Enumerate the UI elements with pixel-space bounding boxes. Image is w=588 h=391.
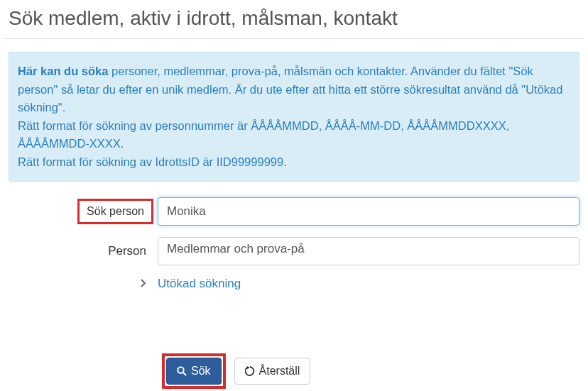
search-button-label: Sök xyxy=(191,365,211,378)
search-person-input[interactable] xyxy=(158,197,579,226)
search-person-label: Sök person xyxy=(77,199,153,224)
info-strong: Här kan du söka xyxy=(18,65,108,77)
page-title: Sök medlem, aktiv i idrott, målsman, kon… xyxy=(4,0,584,39)
person-select[interactable]: Medlemmar och prova-på xyxy=(158,237,579,265)
svg-line-1 xyxy=(183,373,186,375)
search-button-highlight: Sök xyxy=(162,353,226,389)
person-label: Person xyxy=(9,244,158,258)
svg-point-0 xyxy=(178,368,183,373)
info-line3: Rätt format för sökning av IdrottsID är … xyxy=(18,155,287,168)
info-banner: Här kan du söka personer, medlemmar, pro… xyxy=(9,52,579,182)
reset-button[interactable]: Återställ xyxy=(234,358,311,385)
reset-button-label: Återställ xyxy=(259,365,300,378)
search-button[interactable]: Sök xyxy=(166,358,222,385)
chevron-right-icon xyxy=(141,279,146,287)
info-line2: Rätt format för sökning av personnummer … xyxy=(18,119,509,150)
undo-icon xyxy=(245,366,255,376)
search-icon xyxy=(177,366,187,376)
advanced-search-link[interactable]: Utökad sökning xyxy=(158,277,241,291)
